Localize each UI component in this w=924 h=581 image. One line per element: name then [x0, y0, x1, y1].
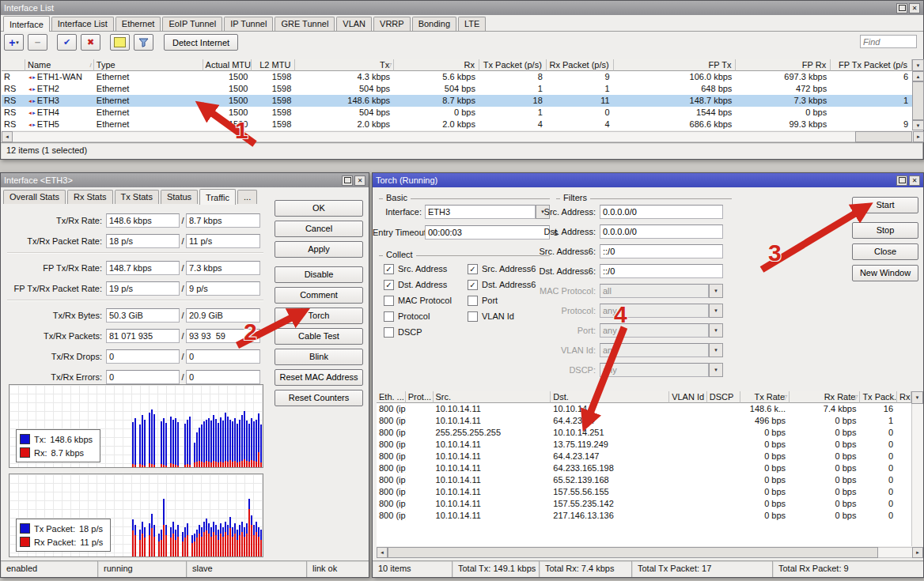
find-input[interactable] [860, 35, 917, 48]
enable-button[interactable]: ✔ [57, 34, 77, 51]
protocol-dropdown[interactable]: ▼ [709, 304, 723, 318]
interface-row[interactable]: RS◄►ETH5Ethernet150015982.0 kbps2.0 kbps… [2, 119, 912, 130]
interface-row[interactable]: RS◄►ETH4Ethernet15001598504 bps0 bps1015… [2, 107, 912, 119]
scroll-right-button[interactable]: ► [912, 547, 923, 558]
tab-eoip-tunnel[interactable]: EoIP Tunnel [162, 17, 222, 31]
scroll-left-button[interactable]: ◄ [2, 131, 13, 142]
detect-internet-button[interactable]: Detect Internet [164, 34, 238, 51]
reset-mac-button[interactable]: Reset MAC Address [275, 369, 363, 386]
horizontal-scrollbar-thumb[interactable] [855, 131, 912, 142]
comment-button[interactable] [110, 34, 130, 51]
tab-vlan[interactable]: VLAN [336, 17, 372, 31]
collect-protocol[interactable]: Protocol [384, 310, 430, 323]
src-address6-input[interactable] [600, 244, 723, 258]
scroll-left-button[interactable]: ◄ [377, 547, 388, 558]
torch-button[interactable]: Torch [275, 307, 363, 324]
collect-src-address[interactable]: ✓Src. Address [384, 262, 447, 275]
comment-button[interactable]: Comment [275, 287, 363, 304]
remove-button[interactable]: − [28, 34, 47, 51]
disable-button[interactable]: Disable [275, 266, 363, 283]
collect-dst-address[interactable]: ✓Dst. Address [384, 278, 447, 291]
torch-row[interactable]: 800 (ip)255.255.255.25510.10.14.2510 bps… [377, 427, 911, 439]
interface-row[interactable]: RS◄►ETH3Ethernet15001598148.6 kbps8.7 kb… [2, 95, 912, 107]
torch-row[interactable]: 800 (ip)10.10.14.1165.52.139.1680 bps0 b… [377, 474, 911, 486]
tab-traffic[interactable]: Traffic [199, 189, 236, 205]
column-header-name[interactable]: Name/ [25, 59, 94, 71]
column-header-rx-packet-p-s[interactable]: Rx Packet (p/s) [547, 59, 614, 71]
stop-button[interactable]: Stop [852, 222, 918, 239]
torch-row[interactable]: 800 (ip)10.10.14.1164.233.165.1980 bps0 … [377, 462, 911, 474]
close-button[interactable]: ✕ [909, 175, 920, 186]
maximize-button[interactable] [342, 175, 353, 186]
dst-address-input[interactable] [600, 224, 723, 239]
tab-status[interactable]: Status [161, 190, 198, 204]
torch-row[interactable]: 800 (ip)10.10.14.11217.146.13.1360 bps0 … [377, 510, 911, 522]
torch-titlebar[interactable]: Torch (Running) ✕ [373, 173, 923, 187]
tab-ethernet[interactable]: Ethernet [116, 17, 161, 31]
column-header-fp-rx[interactable]: FP Rx [736, 59, 831, 71]
tab-gre-tunnel[interactable]: GRE Tunnel [275, 17, 335, 31]
column-header-eth[interactable]: Eth. ... [377, 391, 406, 403]
maximize-button[interactable] [896, 175, 907, 186]
column-header-prot[interactable]: Prot... [406, 391, 434, 403]
vertical-scrollbar-thumb[interactable] [912, 81, 924, 120]
tab-interface-list[interactable]: Interface List [51, 17, 114, 31]
torch-row[interactable]: 800 (ip)10.10.14.1113.75.119.2490 bps0 b… [377, 439, 911, 451]
tab-tab[interactable]: ... [237, 190, 257, 204]
column-header-tab[interactable] [2, 59, 25, 71]
tab-tx-stats[interactable]: Tx Stats [115, 190, 159, 204]
vlan-id-combo[interactable]: any [600, 343, 709, 357]
reset-counters-button[interactable]: Reset Counters [275, 390, 363, 406]
torch-row[interactable]: 800 (ip)10.10.14.1164.4.23.1470 bps0 bps… [377, 451, 911, 462]
eth3-titlebar[interactable]: Interface <ETH3> ✕ [1, 173, 369, 187]
close-button[interactable]: ✕ [354, 175, 365, 186]
blink-button[interactable]: Blink [275, 349, 363, 365]
collect-vlan-id[interactable]: VLAN Id [468, 310, 514, 323]
close-button[interactable]: ✕ [909, 3, 920, 13]
scroll-down-button[interactable]: ▼ [912, 120, 924, 130]
interface-list-titlebar[interactable]: Interface List ✕ [1, 1, 923, 15]
scroll-right-button[interactable]: ► [913, 131, 924, 142]
column-header-tx-pack[interactable]: Tx Pack... [860, 391, 897, 403]
column-header-rx-rate[interactable]: Rx Rate▽ [790, 391, 860, 403]
interface-row[interactable]: RS◄►ETH2Ethernet15001598504 bps504 bps11… [2, 83, 912, 95]
port-combo[interactable]: any [600, 323, 709, 338]
dscp-combo[interactable]: any [600, 363, 709, 377]
new-window-button[interactable]: New Window [852, 265, 918, 281]
cancel-button[interactable]: Cancel [275, 221, 363, 237]
vlan-id-dropdown[interactable]: ▼ [709, 343, 723, 357]
tab-bonding[interactable]: Bonding [412, 17, 456, 31]
torch-row[interactable]: 800 (ip)10.10.14.1164.4.23.14496 bps0 bp… [377, 415, 911, 427]
column-header-tx-packet-p-s[interactable]: Tx Packet (p/s) [479, 59, 547, 71]
interface-row[interactable]: R◄►ETH1-WANEthernet150015984.3 kbps5.6 k… [2, 71, 912, 83]
mac-protocol-combo[interactable]: all [600, 284, 709, 298]
column-header-fp-tx[interactable]: FP Tx [614, 59, 737, 71]
protocol-combo[interactable]: any [600, 304, 709, 318]
src-address-input[interactable] [600, 205, 723, 219]
column-header-tx-rate[interactable]: Tx Rate▽ [740, 391, 790, 403]
column-config-button[interactable]: ▼ [911, 391, 923, 404]
torch-row[interactable]: 800 (ip)10.10.14.11157.55.56.1550 bps0 b… [377, 486, 911, 498]
column-header-actual-mtu[interactable]: Actual MTU [203, 59, 252, 71]
dscp-dropdown[interactable]: ▼ [709, 363, 723, 377]
column-header-dst[interactable]: Dst. [551, 391, 669, 403]
column-header-src[interactable]: Src. [434, 391, 551, 403]
column-header-vlan-id[interactable]: VLAN Id [669, 391, 707, 403]
tab-lte[interactable]: LTE [458, 17, 486, 31]
tab-vrrp[interactable]: VRRP [373, 17, 411, 31]
tab-rx-stats[interactable]: Rx Stats [67, 190, 113, 204]
collect-dscp[interactable]: DSCP [384, 326, 422, 338]
port-dropdown[interactable]: ▼ [709, 323, 723, 338]
start-button[interactable]: Start [852, 197, 918, 213]
add-button[interactable]: +▾ [4, 34, 24, 51]
column-header-type[interactable]: Type [94, 59, 203, 71]
column-header-dscp[interactable]: DSCP [707, 391, 740, 403]
column-header-rx[interactable]: Rx [897, 391, 911, 403]
vertical-scrollbar[interactable] [911, 404, 923, 546]
tab-interface[interactable]: Interface [3, 16, 50, 32]
column-header-tx[interactable]: Tx▽ [295, 59, 394, 71]
tab-ip-tunnel[interactable]: IP Tunnel [224, 17, 273, 31]
torch-row[interactable]: 800 (ip)10.10.14.11157.55.235.1420 bps0 … [377, 498, 911, 510]
dst-address6-input[interactable] [600, 264, 723, 278]
column-config-button[interactable]: ▼ [912, 59, 924, 71]
